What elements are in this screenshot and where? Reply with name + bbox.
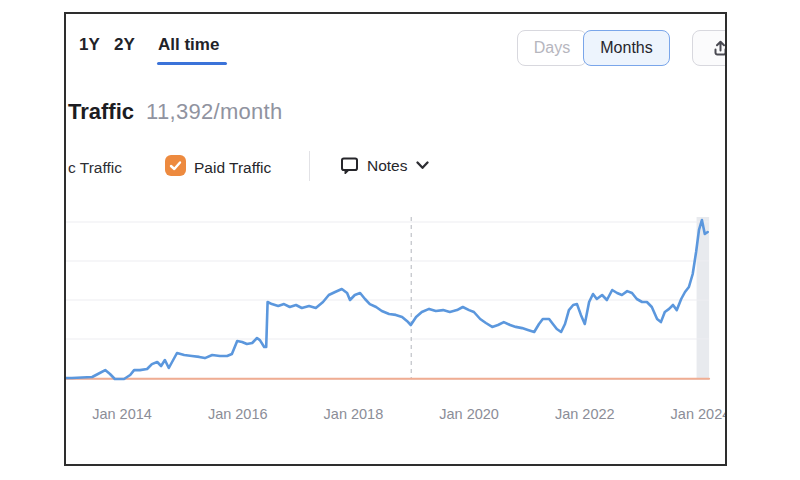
screenshot-stage: 1Y 2Y All time Days Months Traffic11,392… (0, 0, 800, 480)
traffic-heading: Traffic11,392/month (68, 99, 283, 127)
checkmark-icon (168, 158, 183, 173)
paid-traffic-label[interactable]: Paid Traffic (194, 159, 271, 177)
tab-all-time[interactable]: All time (158, 35, 219, 55)
organic-traffic-line (64, 220, 708, 379)
notes-label: Notes (367, 157, 408, 175)
tab-2y[interactable]: 2Y (114, 35, 135, 55)
chevron-down-icon (416, 161, 429, 170)
divider (309, 151, 310, 181)
x-tick-label: Jan 2024 (671, 406, 727, 422)
notes-control[interactable]: Notes (340, 156, 429, 175)
active-tab-underline (157, 62, 227, 65)
toggle-months[interactable]: Months (583, 30, 670, 66)
chart-canvas[interactable]: Jan 2014Jan 2016Jan 2018Jan 2020Jan 2022… (66, 214, 727, 444)
x-tick-label: Jan 2022 (555, 406, 615, 422)
x-tick-label: Jan 2020 (439, 406, 499, 422)
export-button[interactable] (692, 30, 727, 66)
export-icon (711, 39, 728, 58)
paid-traffic-checkbox[interactable] (165, 155, 186, 176)
filter-row: c Traffic Paid Traffic Notes (66, 154, 725, 184)
organic-traffic-label-clipped[interactable]: c Traffic (68, 159, 122, 177)
traffic-value: 11,392/month (146, 99, 283, 124)
x-tick-label: Jan 2016 (208, 406, 268, 422)
x-tick-label: Jan 2014 (92, 406, 152, 422)
toggle-days[interactable]: Days (517, 30, 587, 66)
note-bubble-icon (340, 156, 359, 175)
tab-1y[interactable]: 1Y (79, 35, 100, 55)
traffic-widget-card: 1Y 2Y All time Days Months Traffic11,392… (64, 12, 727, 466)
page-title: Traffic (68, 99, 134, 124)
x-tick-label: Jan 2018 (324, 406, 384, 422)
